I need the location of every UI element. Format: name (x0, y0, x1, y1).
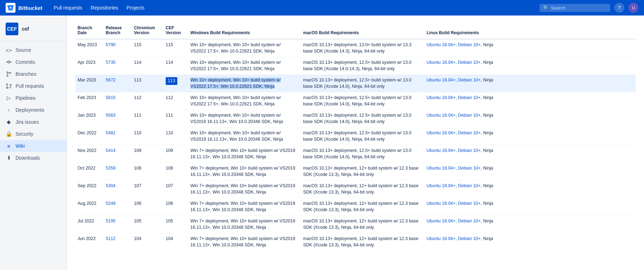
cell-branch-date: Oct 2022 (75, 163, 104, 180)
linux-link[interactable]: Ubuntu 18.04+ (427, 42, 455, 47)
cell-chromium-version: 113 (132, 75, 164, 92)
cell-chromium-version: 105 (132, 216, 164, 233)
linux-link[interactable]: Debian 10+ (458, 148, 480, 153)
linux-link[interactable]: Ubuntu 18.04+ (427, 219, 455, 223)
table-row: Dec 20225481110110Win 10+ deployment, Wi… (75, 128, 636, 145)
cell-macos-build: macOS 10.13+ deployment, 12.5+ build sys… (301, 75, 424, 92)
table-row: Jun 20225112104104Win 7+ deployment, Win… (75, 233, 636, 251)
cell-cef-version: 110 (164, 128, 188, 145)
sidebar: CEF cef <> Source Commits (0, 16, 67, 270)
release-branch-link[interactable]: 5481 (106, 130, 116, 135)
cell-chromium-version: 106 (132, 198, 164, 216)
col-header-linux: Linux Build Requirements (424, 23, 636, 39)
linux-link[interactable]: Ubuntu 18.04+ (427, 95, 455, 100)
search-input[interactable] (551, 5, 607, 11)
sidebar-item-label: Wiki (16, 143, 25, 149)
help-icon[interactable]: ? (614, 3, 624, 13)
cell-linux-build: Ubuntu 18.04+, Debian 10+, Ninja (424, 163, 636, 180)
table-row: Mar 20235672113113Win 10+ deployment, Wi… (75, 75, 636, 92)
linux-link[interactable]: Ubuntu 18.04+ (427, 166, 455, 171)
col-header-release-branch: ReleaseBranch (104, 23, 132, 39)
sidebar-item-security[interactable]: 🔒 Security (0, 128, 67, 140)
sidebar-item-label: Pull requests (16, 83, 44, 89)
cell-macos-build: macOS 10.13+ deployment, 12.5+ build sys… (301, 57, 424, 75)
linux-link[interactable]: Debian 10+ (458, 166, 480, 171)
release-branch-link[interactable]: 5304 (106, 183, 116, 188)
linux-link[interactable]: Debian 10+ (458, 236, 480, 241)
release-branch-link[interactable]: 5414 (106, 148, 116, 153)
nav-pull-requests[interactable]: Pull requests (51, 4, 85, 12)
release-branch-link[interactable]: 5563 (106, 113, 116, 118)
linux-link[interactable]: Debian 10+ (458, 95, 480, 100)
linux-link[interactable]: Ubuntu 18.04+ (427, 78, 455, 82)
cell-macos-build: macOS 10.13+ deployment, 12+ build syste… (301, 198, 424, 216)
svg-point-7 (6, 84, 8, 85)
linux-link[interactable]: Ubuntu 18.04+ (427, 148, 455, 153)
release-branch-link[interactable]: 5615 (106, 95, 116, 100)
cell-windows-build: Win 10+ deployment, Win 10+ build system… (188, 128, 301, 145)
cell-cef-version: 114 (164, 57, 188, 75)
cell-windows-build: Win 10+ deployment, Win 10+ build system… (188, 39, 301, 57)
cell-release-branch: 5304 (104, 180, 132, 198)
sidebar-item-branches[interactable]: Branches (0, 68, 67, 80)
sidebar-item-pipelines[interactable]: ▷ Pipelines (0, 92, 67, 104)
cell-cef-version: 112 (164, 92, 188, 110)
cell-release-branch: 5359 (104, 163, 132, 180)
highlighted-cef-version: 113 (166, 77, 177, 85)
release-branch-link[interactable]: 5249 (106, 201, 116, 206)
sidebar-item-label: Commits (16, 59, 35, 65)
sidebar-item-wiki[interactable]: ≡ Wiki (0, 140, 67, 152)
release-branch-link[interactable]: 5790 (106, 42, 116, 47)
linux-link[interactable]: Ubuntu 18.04+ (427, 60, 455, 65)
sidebar-item-source[interactable]: <> Source (0, 44, 67, 56)
sidebar-item-label: Pipelines (16, 95, 36, 101)
linux-link[interactable]: Debian 10+ (458, 78, 480, 82)
linux-link[interactable]: Debian 10+ (458, 219, 480, 223)
release-branch-link[interactable]: 5672 (106, 78, 116, 82)
linux-link[interactable]: Debian 10+ (458, 183, 480, 188)
sidebar-item-pull-requests[interactable]: Pull requests (0, 80, 67, 92)
cell-release-branch: 5112 (104, 233, 132, 251)
cell-chromium-version: 110 (132, 128, 164, 145)
table-row: Aug 20225249106106Win 7+ deployment, Win… (75, 198, 636, 216)
jira-icon: ◆ (6, 119, 12, 125)
cell-windows-build: Win 7+ deployment, Win 10+ build system … (188, 216, 301, 233)
linux-link[interactable]: Ubuntu 18.04+ (427, 236, 455, 241)
sidebar-item-deployments[interactable]: ↑ Deployments (0, 104, 67, 116)
linux-link[interactable]: Ubuntu 18.04+ (427, 183, 455, 188)
cell-cef-version: 109 (164, 145, 188, 163)
sidebar-item-commits[interactable]: Commits (0, 56, 67, 68)
nav-repositories[interactable]: Repositories (88, 4, 121, 12)
table-header-row: BranchDate ReleaseBranch ChromiumVersion… (75, 23, 636, 39)
repo-name: cef (22, 26, 29, 32)
logo[interactable]: Bitbucket (6, 3, 42, 13)
release-branch-link[interactable]: 5112 (106, 236, 116, 241)
linux-link[interactable]: Debian 10+ (458, 130, 480, 135)
cell-chromium-version: 111 (132, 110, 164, 128)
release-branch-link[interactable]: 5735 (106, 60, 116, 65)
avatar[interactable]: U (628, 3, 638, 13)
linux-link[interactable]: Ubuntu 18.04+ (427, 113, 455, 118)
cell-branch-date: Nov 2022 (75, 145, 104, 163)
sidebar-item-jira-issues[interactable]: ◆ Jira issues (0, 116, 67, 128)
nav-projects[interactable]: Projects (124, 4, 147, 12)
release-branch-link[interactable]: 5195 (106, 219, 116, 223)
linux-link[interactable]: Debian 10+ (458, 60, 480, 65)
cell-release-branch: 5672 (104, 75, 132, 92)
cell-macos-build: macOS 10.13+ deployment, 12.5+ build sys… (301, 110, 424, 128)
cell-branch-date: Jun 2022 (75, 233, 104, 251)
linux-link[interactable]: Debian 10+ (458, 201, 480, 206)
search-box[interactable]: 🔍 (540, 4, 610, 12)
linux-link[interactable]: Debian 10+ (458, 113, 480, 118)
cell-macos-build: macOS 10.13+ deployment, 12.5+ build sys… (301, 145, 424, 163)
downloads-icon: ⬇ (6, 155, 12, 161)
linux-link[interactable]: Ubuntu 18.04+ (427, 130, 455, 135)
top-nav-right: 🔍 ? U (540, 3, 638, 13)
linux-link[interactable]: Ubuntu 18.04+ (427, 201, 455, 206)
cell-windows-build: Win 10+ deployment, Win 10+ build system… (188, 92, 301, 110)
cell-linux-build: Ubuntu 18.04+, Debian 10+, Ninja (424, 216, 636, 233)
sidebar-item-downloads[interactable]: ⬇ Downloads (0, 152, 67, 164)
cell-macos-build: macOS 10.13+ deployment, 12+ build syste… (301, 163, 424, 180)
release-branch-link[interactable]: 5359 (106, 166, 116, 171)
linux-link[interactable]: Debian 10+ (458, 42, 480, 47)
